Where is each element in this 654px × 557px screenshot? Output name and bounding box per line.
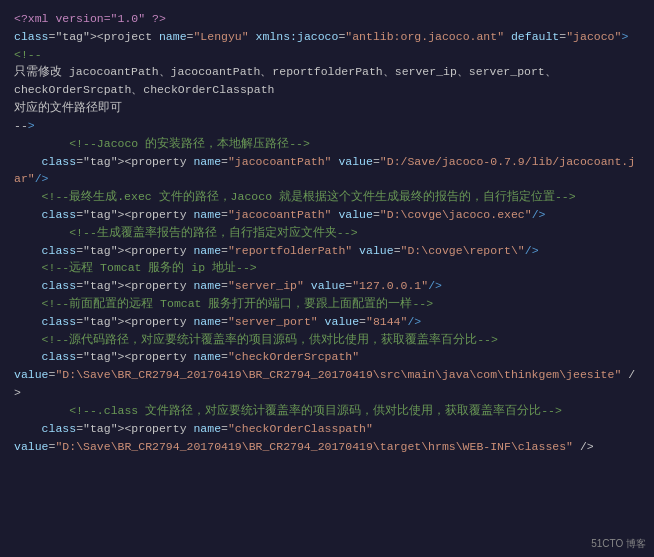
code-line: <?xml version="1.0" ?> [14,10,640,28]
code-line: class="tag"><property name="server_port"… [14,313,640,331]
code-line: class="tag"><property name="checkOrderCl… [14,420,640,438]
code-line: <!--生成覆盖率报告的路径，自行指定对应文件夹--> [14,224,640,242]
code-line: class="tag"><project name="Lengyu" xmlns… [14,28,640,46]
code-line: <!--Jacoco 的安装路径，本地解压路径--> [14,135,640,153]
code-line: class="tag"><property name="jacocoantPat… [14,206,640,224]
watermark: 51CTO 博客 [591,537,646,551]
code-line: class="tag"><property name="reportfolder… [14,242,640,260]
code-block: <?xml version="1.0" ?>class="tag"><proje… [14,10,640,455]
code-line: <!--.class 文件路径，对应要统计覆盖率的项目源码，供对比使用，获取覆盖… [14,402,640,420]
code-line: --> [14,117,640,135]
code-line: value="D:\Save\BR_CR2794_20170419\BR_CR2… [14,438,640,456]
code-line: class="tag"><property name="jacocoantPat… [14,153,640,189]
code-line: class="tag"><property name="checkOrderSr… [14,348,640,366]
code-line: value="D:\Save\BR_CR2794_20170419\BR_CR2… [14,366,640,402]
code-line: <!-- [14,46,640,64]
code-line: <!--远程 Tomcat 服务的 ip 地址--> [14,259,640,277]
code-line: <!--源代码路径，对应要统计覆盖率的项目源码，供对比使用，获取覆盖率百分比--… [14,331,640,349]
code-line: 只需修改 jacocoantPath、jacocoantPath、reportf… [14,63,640,81]
code-line: <!--前面配置的远程 Tomcat 服务打开的端口，要跟上面配置的一样--> [14,295,640,313]
code-line: checkOrderSrcpath、checkOrderClasspath [14,81,640,99]
code-viewer: <?xml version="1.0" ?>class="tag"><proje… [0,0,654,557]
code-line: class="tag"><property name="server_ip" v… [14,277,640,295]
code-line: <!--最终生成.exec 文件的路径，Jacoco 就是根据这个文件生成最终的… [14,188,640,206]
code-line: 对应的文件路径即可 [14,99,640,117]
